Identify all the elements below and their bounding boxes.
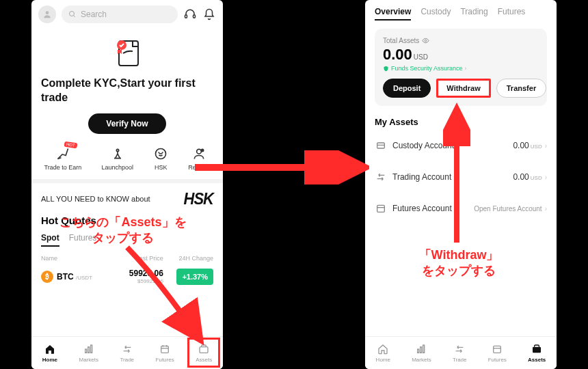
- annotation-assets: こちらの「Assets」を タップする: [41, 215, 205, 245]
- topbar: Search: [31, 0, 223, 29]
- kyc-title: Complete KYC,Start your first trade: [31, 77, 223, 105]
- svg-point-21: [425, 40, 427, 42]
- action-row: Deposit Withdraw Transfer: [383, 79, 539, 98]
- chevron-right-icon: ›: [545, 142, 547, 150]
- svg-rect-4: [193, 15, 196, 18]
- svg-rect-26: [418, 349, 419, 353]
- avatar[interactable]: [38, 5, 56, 23]
- annotation-withdraw: 「Withdraw」 をタップする: [401, 247, 517, 278]
- custody-icon: [375, 139, 387, 152]
- shortcut-trade-to-earn[interactable]: HOT Trade to Earn: [44, 146, 82, 171]
- nav-markets[interactable]: Markets: [79, 343, 98, 363]
- nav-futures-r[interactable]: Futures: [488, 343, 507, 363]
- nav-trade-r[interactable]: Trade: [453, 343, 467, 363]
- search-placeholder: Search: [81, 10, 107, 19]
- nav-markets-r[interactable]: Markets: [412, 343, 431, 363]
- nav-assets-r[interactable]: Assets: [528, 343, 546, 363]
- security-assurance-link[interactable]: Funds Security Assurance ›: [383, 65, 539, 72]
- trading-icon: [375, 171, 387, 183]
- chevron-right-icon: ›: [465, 65, 467, 72]
- overview-tabs: Overview Custody Trading Futures: [365, 0, 557, 26]
- futures-acct-icon: [375, 202, 387, 215]
- svg-point-1: [70, 12, 75, 16]
- svg-point-7: [116, 149, 118, 151]
- svg-rect-28: [423, 345, 425, 353]
- svg-rect-29: [494, 346, 501, 353]
- svg-point-0: [46, 11, 49, 14]
- chevron-right-icon: ›: [545, 174, 547, 181]
- svg-rect-24: [377, 205, 385, 212]
- tab-futures-r[interactable]: Futures: [498, 7, 526, 20]
- svg-line-2: [74, 16, 76, 18]
- withdraw-button[interactable]: Withdraw: [436, 79, 490, 98]
- nav-home[interactable]: Home: [42, 343, 57, 363]
- svg-rect-3: [185, 15, 187, 18]
- bell-icon[interactable]: [202, 8, 216, 21]
- arrow-to-withdraw: [443, 102, 470, 246]
- shield-icon: [383, 66, 389, 72]
- svg-rect-31: [533, 347, 541, 353]
- svg-rect-13: [85, 349, 86, 353]
- kyc-illustration: [31, 29, 223, 77]
- shortcut-hsk[interactable]: HSK: [153, 146, 168, 171]
- bottom-nav-r: Home Markets Trade Futures Assets: [365, 336, 557, 369]
- total-assets-card: Total Assets 0.00USD Funds Security Assu…: [375, 29, 547, 106]
- deposit-button[interactable]: Deposit: [383, 79, 431, 98]
- tab-custody[interactable]: Custody: [420, 7, 451, 20]
- tab-trading[interactable]: Trading: [460, 7, 487, 20]
- total-assets-value: 0.00USD: [383, 46, 539, 64]
- search-icon: [68, 10, 77, 18]
- nav-home-r[interactable]: Home: [376, 343, 390, 363]
- svg-rect-27: [420, 347, 422, 353]
- btc-icon: ₿: [41, 271, 53, 283]
- tab-overview[interactable]: Overview: [375, 7, 411, 20]
- verify-button[interactable]: Verify Now: [88, 113, 165, 134]
- svg-rect-14: [88, 347, 89, 353]
- total-assets-label: Total Assets: [383, 37, 539, 44]
- chevron-right-icon: ›: [545, 205, 547, 213]
- support-icon[interactable]: [183, 8, 197, 21]
- hsk-logo: HSK: [184, 189, 213, 208]
- eye-icon[interactable]: [422, 37, 429, 44]
- news-banner[interactable]: ALL YOU NEED to KNOW about HSK: [31, 183, 223, 208]
- search-input[interactable]: Search: [62, 5, 178, 23]
- transfer-button[interactable]: Transfer: [496, 79, 546, 98]
- arrow-between-phones: [191, 150, 369, 184]
- svg-rect-15: [90, 345, 92, 353]
- shortcut-launchpool[interactable]: Launchpool: [101, 146, 133, 171]
- arrow-to-assets: [120, 242, 216, 351]
